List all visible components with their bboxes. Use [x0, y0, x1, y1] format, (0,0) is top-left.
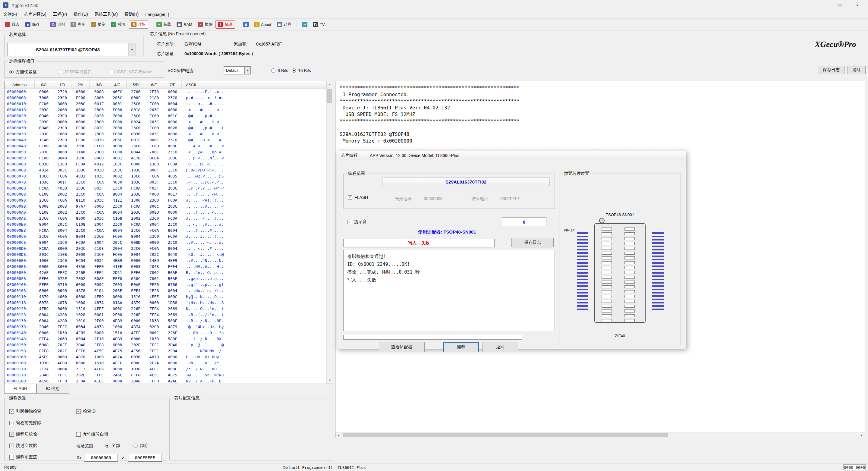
- checkbox-box[interactable]: ✓: [348, 195, 352, 200]
- hex-cell[interactable]: B0AE: [90, 276, 108, 282]
- radio-dot[interactable]: [133, 444, 138, 448]
- radio-universal-socket[interactable]: 万能锁紧座: [9, 69, 37, 75]
- hex-row[interactable]: 00000100:FFF067106000009C7003B0AEFFF0676…: [4, 282, 327, 288]
- hex-cell[interactable]: 1000: [35, 258, 53, 264]
- hex-cell[interactable]: 0001: [145, 137, 163, 143]
- hex-cell[interactable]: 4014: [35, 167, 53, 173]
- hex-cell[interactable]: 23C0: [53, 258, 71, 264]
- hex-cell[interactable]: 2003: [53, 203, 71, 210]
- hex-row[interactable]: 00000150:600870FF2D40FFF86008202EFFFC2D4…: [4, 342, 327, 348]
- hex-cell[interactable]: 303C: [53, 167, 71, 173]
- toolbar-button-tv[interactable]: TVTV: [310, 20, 327, 29]
- hex-column-header[interactable]: 1/9: [53, 81, 71, 89]
- hex-row[interactable]: 00000040:114023C0FC008038203C001F000123C…: [4, 137, 327, 143]
- hex-cell[interactable]: 226E: [127, 306, 145, 312]
- hex-cell[interactable]: 13C0: [127, 173, 145, 179]
- hex-cell[interactable]: FFF4: [35, 336, 53, 342]
- hex-cell[interactable]: 23C0: [163, 240, 182, 246]
- hex-row[interactable]: 00000078:103C001F13C0FC0A4030103C003F13C…: [4, 179, 327, 185]
- hex-cell[interactable]: 2F28: [145, 288, 163, 294]
- checkbox-box[interactable]: [76, 432, 81, 437]
- hex-cell[interactable]: 0000: [163, 131, 182, 137]
- hex-cell[interactable]: 0004: [163, 288, 182, 294]
- hex-cell[interactable]: B0AE: [163, 270, 182, 276]
- hex-cell[interactable]: 0000: [108, 294, 127, 300]
- hex-column-header[interactable]: Address: [4, 81, 35, 89]
- hex-cell[interactable]: 2F00: [108, 312, 127, 318]
- hex-cell[interactable]: 23C0: [90, 149, 108, 155]
- hex-row[interactable]: 00000180:4E56FFF02F0A41EE00082D48FFF042A…: [4, 378, 327, 384]
- hex-cell[interactable]: 203C: [71, 101, 90, 107]
- hex-row[interactable]: 000000F0:42AEFFFC226EFFF42D51FFF07002B0A…: [4, 270, 327, 276]
- hex-cell[interactable]: 13C0: [163, 167, 182, 173]
- hex-cell[interactable]: 2F10: [90, 336, 108, 342]
- checkbox-box[interactable]: ✓: [347, 220, 352, 224]
- checkbox-box[interactable]: ✓: [9, 432, 14, 437]
- hex-cell[interactable]: 4000: [145, 191, 163, 197]
- hex-cell[interactable]: 203C: [108, 95, 127, 101]
- hex-cell[interactable]: 41EE: [108, 264, 127, 270]
- hex-cell[interactable]: 0090: [53, 288, 71, 294]
- hex-row[interactable]: 00000160:45EE000848781000487A00364879000…: [4, 354, 327, 360]
- hex-cell[interactable]: 802C: [90, 125, 108, 131]
- hex-cell[interactable]: 0000: [108, 366, 127, 372]
- hex-cell[interactable]: 246E: [108, 372, 127, 378]
- hex-cell[interactable]: 203C: [163, 185, 182, 191]
- hex-cell[interactable]: 6078: [35, 300, 53, 306]
- hex-cell[interactable]: FC0A: [145, 227, 163, 233]
- hex-cell[interactable]: 2720: [53, 89, 71, 95]
- hex-cell[interactable]: 003F: [90, 185, 108, 191]
- hex-row[interactable]: 00000048:FC008034203CCF00000023C0FC00803…: [4, 143, 327, 149]
- hex-cell[interactable]: 23C0: [127, 246, 145, 252]
- scroll-left-icon[interactable]: ◄: [336, 433, 341, 438]
- hex-cell[interactable]: 23C0: [145, 197, 163, 203]
- hex-cell[interactable]: 42AE: [163, 378, 182, 384]
- hex-row[interactable]: 00000138:2D40FFFC603448781000487A02C0487…: [4, 324, 327, 330]
- hex-cell[interactable]: 001F: [53, 179, 71, 185]
- hex-cell[interactable]: 403F: [145, 185, 163, 191]
- horizontal-scrollbar[interactable]: ◄ ►: [336, 432, 865, 438]
- hex-cell[interactable]: FC0A: [163, 161, 182, 167]
- hex-cell[interactable]: 1510: [108, 330, 127, 336]
- hex-cell[interactable]: 206E: [108, 288, 127, 294]
- hex-cell[interactable]: C000: [53, 131, 71, 137]
- hex-cell[interactable]: 0000: [127, 258, 145, 264]
- hex-cell[interactable]: 13C0: [71, 179, 90, 185]
- hex-row[interactable]: 00000168:1D384EB9000015104FEF000C2F2A000…: [4, 360, 327, 366]
- hex-cell[interactable]: 487A: [127, 324, 145, 330]
- menu-item-6[interactable]: 帮助(H): [121, 10, 142, 19]
- hex-cell[interactable]: FFF0: [53, 378, 71, 384]
- hex-cell[interactable]: FC0A: [35, 185, 53, 191]
- hex-cell[interactable]: 1000: [71, 300, 90, 306]
- hex-cell[interactable]: 0030: [35, 161, 53, 167]
- hex-cell[interactable]: 0000: [71, 89, 90, 95]
- hex-cell[interactable]: 01AA: [108, 300, 127, 306]
- hex-cell[interactable]: 8040: [53, 155, 71, 161]
- hex-cell[interactable]: 2180: [145, 95, 163, 101]
- hex-row[interactable]: 00000120:4EB9000015104FEF000C226EFFF4206…: [4, 306, 327, 312]
- hex-cell[interactable]: 23C0: [90, 131, 108, 137]
- hex-row[interactable]: 00000028:203CD000000023C0FC008024203C000…: [4, 119, 327, 125]
- hex-cell[interactable]: 487A: [108, 354, 127, 360]
- hex-cell[interactable]: FC00: [35, 143, 53, 149]
- checkbox-serial-increment[interactable]: 允许编号自增: [76, 432, 108, 437]
- hex-cell[interactable]: 1D38: [145, 318, 163, 324]
- hex-row[interactable]: 00000000:800027200000000846FC27002E78000…: [4, 89, 327, 95]
- hex-cell[interactable]: 1140: [71, 149, 90, 155]
- hex-cell[interactable]: FFF0: [90, 264, 108, 270]
- hex-cell[interactable]: 2E78: [145, 89, 163, 95]
- hex-cell[interactable]: 4E7B: [127, 155, 145, 161]
- toolbar-button-blank-check[interactable]: ?查空: [68, 20, 88, 29]
- hex-cell[interactable]: 0001: [90, 312, 108, 318]
- hex-cell[interactable]: 226E: [127, 312, 145, 318]
- hex-row[interactable]: 000000C0:23C0FC0A800423C0FC0A800423C0FC0…: [4, 233, 327, 240]
- hex-cell[interactable]: 203C: [163, 203, 182, 210]
- hex-row[interactable]: 00000110:4879400000004EB9000015104FEF000…: [4, 294, 327, 300]
- tab-ic-info[interactable]: IC 信息: [36, 384, 69, 394]
- hex-cell[interactable]: 1000: [108, 324, 127, 330]
- hex-cell[interactable]: FFF8: [127, 372, 145, 378]
- hex-cell[interactable]: 2F2A: [145, 360, 163, 366]
- hex-cell[interactable]: 2D48: [145, 264, 163, 270]
- hex-cell[interactable]: 4EB9: [90, 294, 108, 300]
- hex-row[interactable]: 00000050:203C0000114023C0FC008044700123C…: [4, 149, 327, 155]
